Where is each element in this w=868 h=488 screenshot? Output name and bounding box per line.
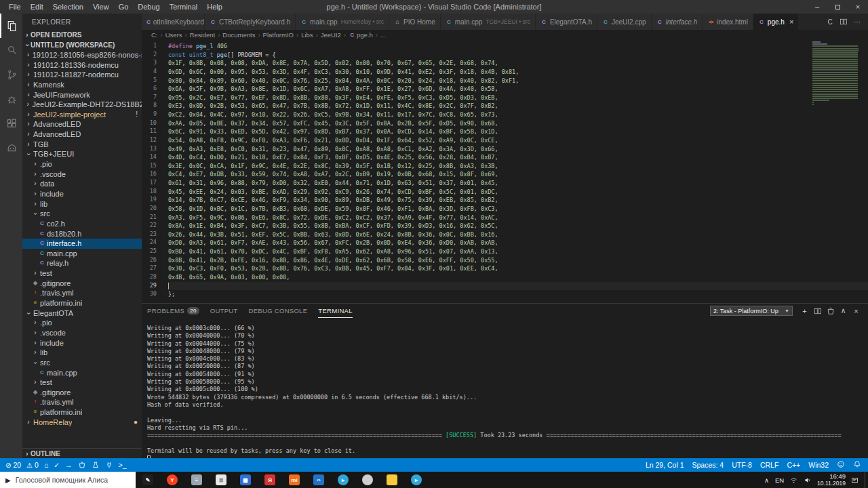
maximize-panel-icon[interactable]: ∧ bbox=[837, 306, 850, 315]
tree-folder-pio[interactable]: ›.pio bbox=[22, 318, 142, 328]
tree-folder-elegantota[interactable]: ›ElegantOTA bbox=[22, 308, 142, 319]
tree-file-main-cpp[interactable]: Cmain.cpp bbox=[22, 368, 142, 378]
tree-file-platformio-ini[interactable]: ≡platformio.ini bbox=[22, 298, 142, 308]
tree-file-travis-yml[interactable]: !.travis.yml bbox=[22, 397, 142, 407]
tree-folder-data[interactable]: ›data bbox=[22, 179, 142, 189]
feedback-smiley-icon[interactable] bbox=[837, 460, 845, 470]
taskbar-windows-ink-icon[interactable]: ✎ bbox=[136, 472, 160, 488]
taskbar-folder-icon[interactable] bbox=[380, 472, 404, 488]
taskbar-file-white-icon[interactable]: ≣ bbox=[209, 472, 233, 488]
taskbar-yandex-icon[interactable]: Я bbox=[258, 472, 282, 488]
kill-terminal-trash-icon[interactable] bbox=[824, 306, 837, 315]
breadcrumb-item-users[interactable]: Users bbox=[165, 31, 182, 39]
volume-icon[interactable] bbox=[804, 476, 811, 484]
tab-interface-h[interactable]: Cinterface.h bbox=[652, 14, 703, 30]
taskbar-vscode-icon[interactable]: ‹› bbox=[307, 472, 331, 488]
action-center-icon[interactable] bbox=[851, 476, 859, 484]
tree-file-gitignore[interactable]: ◆.gitignore bbox=[22, 279, 142, 289]
breadcrumb-item-documents[interactable]: Documents bbox=[222, 31, 255, 39]
breadcrumb-item-platformio[interactable]: PlatformIO bbox=[263, 31, 294, 39]
breadcrumb-item-libs[interactable]: Libs bbox=[301, 31, 313, 39]
panel-tab-debug-console[interactable]: DEBUG CONSOLE bbox=[249, 304, 308, 318]
breadcrumb-item-pge-h[interactable]: Cpge.h bbox=[349, 31, 373, 39]
status-crlf[interactable]: CRLF bbox=[760, 461, 778, 469]
tree-folder-test[interactable]: ›test bbox=[22, 268, 142, 279]
maximize-button[interactable] bbox=[827, 0, 848, 14]
warnings-status[interactable]: ⚠ 0 bbox=[26, 461, 39, 469]
tree-folder-191012-181056-esp8266-nonos-sdk[interactable]: ›191012-181056-esp8266-nonos-sdk... bbox=[22, 50, 142, 60]
alice-search-box[interactable]: ▶ Голосовой помощник Алиса bbox=[0, 472, 136, 488]
open-editors-section[interactable]: › OPEN EDITORS bbox=[22, 30, 142, 40]
tree-folder-src[interactable]: ›src bbox=[22, 209, 142, 219]
clean-icon[interactable] bbox=[78, 461, 86, 469]
menu-selection[interactable]: Selection bbox=[48, 0, 88, 14]
menu-debug[interactable]: Debug bbox=[133, 0, 164, 14]
taskbar-clock[interactable]: 16:49 10.11.2019 bbox=[817, 473, 846, 487]
breadcrumb-item-c[interactable]: C: bbox=[151, 31, 158, 39]
terminal-icon[interactable]: >_ bbox=[119, 461, 127, 469]
tree-file-ds18b20-h[interactable]: Cds18b20.h bbox=[22, 229, 142, 239]
tree-file-travis-yml[interactable]: !.travis.yml bbox=[22, 288, 142, 298]
debug-icon[interactable] bbox=[0, 87, 22, 111]
menu-file[interactable]: File bbox=[4, 0, 26, 14]
menu-terminal[interactable]: Terminal bbox=[165, 0, 203, 14]
breadcrumb-item-jeeui2[interactable]: JeeUI2 bbox=[321, 31, 341, 39]
serial-icon[interactable] bbox=[105, 461, 113, 469]
breadcrumb-item-[interactable]: ... bbox=[380, 31, 386, 39]
close-button[interactable]: × bbox=[848, 0, 868, 14]
tab-index-html[interactable]: <>index.html bbox=[703, 14, 753, 30]
tree-file-co2-h[interactable]: Cco2.h bbox=[22, 219, 142, 229]
split-terminal-icon[interactable] bbox=[811, 306, 824, 315]
more-actions-icon[interactable]: ··· bbox=[850, 18, 864, 26]
outline-section[interactable]: › OUTLINE bbox=[22, 448, 142, 458]
workspace-section[interactable]: › UNTITLED (WORKSPACE) bbox=[22, 40, 142, 50]
menu-edit[interactable]: Edit bbox=[26, 0, 48, 14]
panel-tab-output[interactable]: OUTPUT bbox=[210, 304, 238, 318]
tree-folder-vscode[interactable]: ›.vscode bbox=[22, 169, 142, 180]
extensions-icon[interactable] bbox=[0, 111, 22, 136]
tray-expand-icon[interactable]: ∧ bbox=[764, 476, 769, 484]
tree-folder-kamensk[interactable]: ›Kamensk bbox=[22, 80, 142, 90]
tab-otinlinekeyboard-h[interactable]: CotInlineKeyboard.h bbox=[142, 14, 205, 30]
problems-status[interactable]: ⊘ 20 bbox=[5, 461, 21, 469]
taskbar-telegram-icon[interactable]: ▸ bbox=[331, 472, 355, 488]
tab-main-cpp[interactable]: Cmain.cppHomeRelay • src bbox=[296, 14, 389, 30]
notifications-bell-icon[interactable] bbox=[853, 460, 861, 470]
platformio-icon[interactable] bbox=[0, 136, 22, 160]
network-icon[interactable] bbox=[790, 476, 797, 484]
taskbar-browser-circle-icon[interactable] bbox=[355, 472, 380, 488]
close-icon[interactable]: × bbox=[789, 18, 793, 26]
line-number-gutter[interactable]: 1234567891011121314151617181920212223242… bbox=[142, 39, 163, 303]
tree-folder-homerelay[interactable]: ›HomeRelay● bbox=[22, 418, 142, 428]
tree-folder-lib[interactable]: ›lib bbox=[22, 199, 142, 209]
tree-folder-advancedled[interactable]: ›AdvancedLED bbox=[22, 129, 142, 140]
terminal-output[interactable]: Writing at 0x0003c000... (66 %)Writing a… bbox=[142, 318, 868, 458]
files-icon[interactable] bbox=[0, 14, 22, 38]
tree-folder-src[interactable]: ›src bbox=[22, 358, 142, 368]
tree-file-platformio-ini[interactable]: ≡platformio.ini bbox=[22, 407, 142, 418]
switch-header-source-icon[interactable]: C bbox=[823, 18, 837, 26]
status-spaces-4[interactable]: Spaces: 4 bbox=[692, 461, 724, 469]
menu-view[interactable]: View bbox=[88, 0, 114, 14]
tree-folder-vscode[interactable]: ›.vscode bbox=[22, 328, 142, 338]
tree-folder-jeeui2-example-dht22-ds18b20-m[interactable]: ›JeeUI2-Example-DHT22-DS18B20-M... bbox=[22, 100, 142, 110]
test-icon[interactable] bbox=[92, 461, 100, 469]
tree-file-main-cpp[interactable]: Cmain.cpp bbox=[22, 249, 142, 259]
tree-folder-include[interactable]: ›include bbox=[22, 189, 142, 199]
tab-ctbotreplykeyboard-h[interactable]: CCTBotReplyKeyboard.h bbox=[205, 14, 296, 30]
panel-tab-terminal[interactable]: TERMINAL bbox=[318, 304, 352, 318]
status-utf-8[interactable]: UTF-8 bbox=[732, 461, 752, 469]
new-terminal-icon[interactable]: + bbox=[798, 307, 811, 315]
upload-icon[interactable]: → bbox=[65, 461, 73, 469]
tab-pge-h[interactable]: Cpge.h× bbox=[753, 14, 799, 30]
tree-folder-test[interactable]: ›test bbox=[22, 378, 142, 388]
home-icon[interactable]: ⌂ bbox=[44, 461, 48, 469]
source-control-icon[interactable] bbox=[0, 62, 22, 87]
status-ln-29-col-1[interactable]: Ln 29, Col 1 bbox=[646, 461, 684, 469]
status-win32[interactable]: Win32 bbox=[808, 461, 829, 469]
menu-help[interactable]: Help bbox=[202, 0, 227, 14]
search-icon[interactable] bbox=[0, 38, 22, 62]
menu-go[interactable]: Go bbox=[114, 0, 134, 14]
close-panel-icon[interactable]: × bbox=[850, 307, 863, 315]
show-desktop-button[interactable] bbox=[865, 472, 868, 488]
